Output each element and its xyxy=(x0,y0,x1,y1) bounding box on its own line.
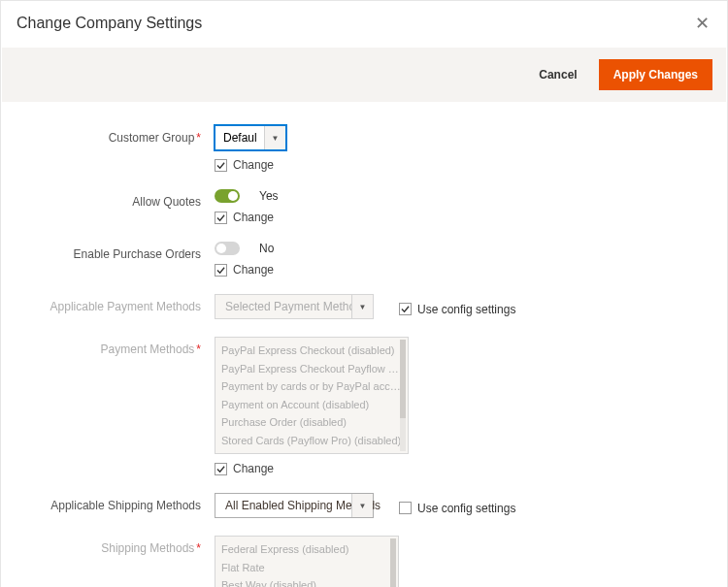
scrollbar xyxy=(390,538,396,587)
change-label: Change xyxy=(233,211,274,224)
shipping-methods-label: Shipping Methods* xyxy=(20,536,215,555)
customer-group-input[interactable] xyxy=(215,126,264,149)
enable-po-label: Enable Purchase Orders xyxy=(20,242,215,261)
change-label: Change xyxy=(233,263,274,277)
modal-title: Change Company Settings xyxy=(17,15,202,32)
chevron-down-icon: ▼ xyxy=(359,303,367,311)
list-item: Stored Cards (Payflow Pro) (disabled) xyxy=(221,432,406,450)
enable-po-value: No xyxy=(259,242,274,255)
enable-po-toggle[interactable] xyxy=(215,242,240,255)
payment-methods-label: Payment Methods* xyxy=(20,337,215,356)
payment-use-config-checkbox[interactable] xyxy=(399,303,412,315)
use-config-label: Use config settings xyxy=(417,502,515,515)
list-item: PayPal Express Checkout Payflow Edition … xyxy=(221,360,406,378)
payment-methods-multiselect: PayPal Express Checkout (disabled) PayPa… xyxy=(215,337,409,454)
applicable-shipping-dropdown-button[interactable]: ▼ xyxy=(351,494,373,517)
close-button[interactable]: ✕ xyxy=(691,11,713,36)
use-config-label: Use config settings xyxy=(417,303,515,316)
shipping-use-config-checkbox[interactable] xyxy=(399,502,412,514)
allow-quotes-change-checkbox[interactable] xyxy=(215,212,227,224)
applicable-payment-dropdown-button: ▼ xyxy=(351,295,373,318)
list-item: PayPal Express Checkout (disabled) xyxy=(221,342,406,360)
apply-changes-button[interactable]: Apply Changes xyxy=(599,59,712,90)
list-item: Payment by cards or by PayPal account (d… xyxy=(221,377,406,396)
applicable-payment-select: Selected Payment Methods ▼ xyxy=(215,294,374,319)
change-company-settings-modal: Change Company Settings ✕ Cancel Apply C… xyxy=(0,0,728,587)
list-item: Flat Rate xyxy=(221,559,396,577)
allow-quotes-toggle[interactable] xyxy=(215,189,240,203)
list-item: Best Way (disabled) xyxy=(221,576,396,587)
list-item: Payment on Account (disabled) xyxy=(221,396,406,414)
change-label: Change xyxy=(233,158,274,172)
actions-bar: Cancel Apply Changes xyxy=(2,48,726,102)
customer-group-dropdown-button[interactable]: ▼ xyxy=(264,126,285,149)
cancel-button[interactable]: Cancel xyxy=(525,60,590,89)
shipping-methods-multiselect: Federal Express (disabled) Flat Rate Bes… xyxy=(215,536,399,587)
allow-quotes-label: Allow Quotes xyxy=(20,189,215,209)
applicable-shipping-label: Applicable Shipping Methods xyxy=(20,493,215,512)
list-item: Federal Express (disabled) xyxy=(221,540,396,559)
chevron-down-icon: ▼ xyxy=(272,134,280,143)
applicable-payment-label: Applicable Payment Methods xyxy=(20,294,215,313)
change-label: Change xyxy=(233,462,274,475)
list-item: Purchase Order (disabled) xyxy=(221,413,406,432)
scrollbar xyxy=(400,340,406,451)
modal-header: Change Company Settings ✕ xyxy=(1,1,727,36)
enable-po-change-checkbox[interactable] xyxy=(215,264,227,277)
applicable-shipping-select[interactable]: All Enabled Shipping Methods ▼ xyxy=(215,493,374,518)
allow-quotes-value: Yes xyxy=(259,189,279,203)
customer-group-select[interactable]: ▼ xyxy=(215,125,286,150)
customer-group-change-checkbox[interactable] xyxy=(215,159,227,172)
customer-group-label: Customer Group* xyxy=(20,125,215,145)
chevron-down-icon: ▼ xyxy=(359,502,367,510)
form-area: Customer Group* ▼ Change Allo xyxy=(1,125,727,587)
payment-methods-change-checkbox[interactable] xyxy=(215,463,227,475)
